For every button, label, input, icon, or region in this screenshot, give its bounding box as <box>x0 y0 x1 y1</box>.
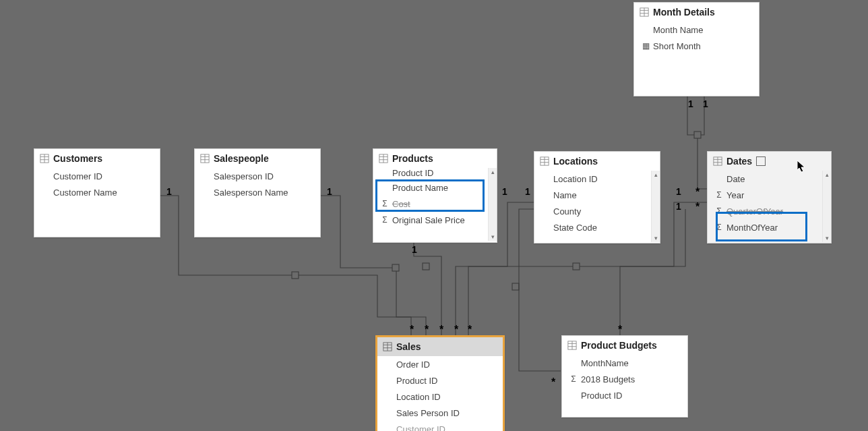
cardinality-one: 1 <box>676 186 681 197</box>
svg-rect-4 <box>573 263 580 270</box>
scroll-up-icon[interactable]: ▴ <box>652 171 660 179</box>
table-title: Products <box>392 153 433 164</box>
sigma-icon: Σ <box>569 374 578 384</box>
sigma-icon: Σ <box>714 223 724 232</box>
cardinality-one: 1 <box>412 244 417 255</box>
table-icon <box>567 341 577 350</box>
table-field[interactable]: ΣQuarterOfYear <box>708 203 831 219</box>
table-field[interactable]: Salesperson ID <box>195 168 320 184</box>
table-products[interactable]: Products ▴ ▾ Product ID Product Name ΣCo… <box>373 148 497 243</box>
cardinality-one: 1 <box>327 186 332 197</box>
cardinality-one: 1 <box>676 201 681 212</box>
table-title: Sales <box>396 341 421 352</box>
table-field[interactable]: Product Name <box>373 179 497 196</box>
table-field[interactable]: ▦Short Month <box>634 38 759 54</box>
table-title: Month Details <box>653 7 715 18</box>
field-list: MonthName Σ2018 Budgets Product ID <box>562 355 687 403</box>
svg-rect-0 <box>292 272 299 279</box>
sigma-icon: Σ <box>714 206 724 216</box>
table-icon <box>200 154 210 163</box>
table-icon <box>640 7 649 17</box>
table-field[interactable]: Location ID <box>534 171 660 187</box>
table-field[interactable]: State Code <box>534 219 660 235</box>
table-field[interactable]: MonthName <box>562 355 687 371</box>
table-field[interactable]: Product ID <box>377 372 503 389</box>
table-field[interactable]: Date <box>708 171 831 187</box>
table-field[interactable]: Product ID <box>562 387 687 403</box>
cardinality-many: * <box>468 324 472 336</box>
table-field[interactable]: Name <box>534 187 660 203</box>
table-icon <box>540 156 549 166</box>
cardinality-many: * <box>425 324 429 336</box>
table-header[interactable]: Products <box>373 149 497 168</box>
cardinality-many: * <box>695 201 700 213</box>
cardinality-one: 1 <box>525 186 530 197</box>
scroll-down-icon[interactable]: ▾ <box>489 233 497 241</box>
table-field[interactable]: Σ2018 Budgets <box>562 371 687 387</box>
table-field[interactable]: Sales Person ID <box>377 405 503 421</box>
table-field[interactable]: Customer ID <box>377 421 503 431</box>
table-field[interactable]: ΣYear <box>708 187 831 203</box>
table-sales[interactable]: Sales Order ID Product ID Location ID Sa… <box>375 335 505 431</box>
table-header[interactable]: Month Details <box>634 3 759 22</box>
table-field[interactable]: Month Name <box>634 22 759 38</box>
field-list: Customer ID Customer Name <box>34 168 160 200</box>
scroll-up-icon[interactable]: ▴ <box>489 168 497 176</box>
table-field[interactable]: County <box>534 203 660 219</box>
field-list: Month Name ▦Short Month <box>634 22 759 54</box>
table-customers[interactable]: Customers Customer ID Customer Name <box>34 148 160 237</box>
scrollbar-track[interactable]: ▴ ▾ <box>488 168 497 241</box>
table-header[interactable]: Salespeople <box>195 149 320 168</box>
cardinality-many: * <box>454 324 458 336</box>
scroll-down-icon[interactable]: ▾ <box>652 234 660 242</box>
cardinality-many: * <box>695 186 700 198</box>
table-product-budgets[interactable]: Product Budgets MonthName Σ2018 Budgets … <box>561 335 688 418</box>
table-icon <box>713 156 722 166</box>
table-field[interactable]: ΣCost <box>373 196 497 212</box>
table-salespeople[interactable]: Salespeople Salesperson ID Salesperson N… <box>194 148 321 237</box>
scrollbar-track[interactable]: ▴ ▾ <box>651 171 660 242</box>
cardinality-many: * <box>551 376 555 389</box>
table-title: Locations <box>553 156 598 167</box>
svg-rect-3 <box>512 283 519 290</box>
table-locations[interactable]: Locations ▴ ▾ Location ID Name County St… <box>534 151 660 243</box>
svg-rect-5 <box>694 132 701 138</box>
table-field[interactable]: Product ID <box>373 168 497 179</box>
cardinality-many: * <box>410 324 414 336</box>
table-field[interactable]: Customer ID <box>34 168 160 184</box>
table-header[interactable]: Customers <box>34 149 160 168</box>
model-canvas[interactable]: 1 1 1 1 1 1 1 * * 1 1 * * * * * * * Mont… <box>0 0 868 431</box>
cardinality-many: * <box>618 324 622 336</box>
svg-rect-2 <box>423 263 429 270</box>
table-field[interactable]: Location ID <box>377 389 503 405</box>
table-icon <box>40 154 49 163</box>
table-header[interactable]: Dates <box>708 152 831 171</box>
table-header[interactable]: Product Budgets <box>562 336 687 355</box>
table-field[interactable]: Salesperson Name <box>195 184 320 200</box>
table-dates[interactable]: Dates ▴ ▾ Date ΣYear ΣQuarterOfYear ΣMon… <box>707 151 832 243</box>
field-list: ▴ ▾ Location ID Name County State Code <box>534 171 660 242</box>
table-field[interactable]: Customer Name <box>34 184 160 200</box>
cardinality-many: * <box>439 324 443 336</box>
sigma-icon: Σ <box>380 199 390 208</box>
table-title: Dates <box>726 156 752 167</box>
cardinality-one: 1 <box>166 186 172 197</box>
svg-rect-1 <box>392 264 399 271</box>
cardinality-one: 1 <box>688 98 693 109</box>
scroll-down-icon[interactable]: ▾ <box>823 234 831 242</box>
field-list: Salesperson ID Salesperson Name <box>195 168 320 200</box>
related-icon <box>756 156 766 166</box>
table-header[interactable]: Sales <box>377 337 503 356</box>
table-field[interactable]: ΣOriginal Sale Price <box>373 212 497 228</box>
sigma-icon: Σ <box>714 190 724 200</box>
table-title: Customers <box>53 153 102 164</box>
table-title: Salespeople <box>214 153 269 164</box>
cardinality-one: 1 <box>502 186 507 197</box>
scrollbar-track[interactable]: ▴ ▾ <box>822 171 831 242</box>
table-header[interactable]: Locations <box>534 152 660 171</box>
table-field[interactable]: ΣMonthOfYear <box>708 219 831 235</box>
scroll-up-icon[interactable]: ▴ <box>823 171 831 179</box>
sigma-icon: Σ <box>380 215 390 225</box>
table-field[interactable]: Order ID <box>377 356 503 372</box>
table-month-details[interactable]: Month Details Month Name ▦Short Month <box>633 2 760 96</box>
